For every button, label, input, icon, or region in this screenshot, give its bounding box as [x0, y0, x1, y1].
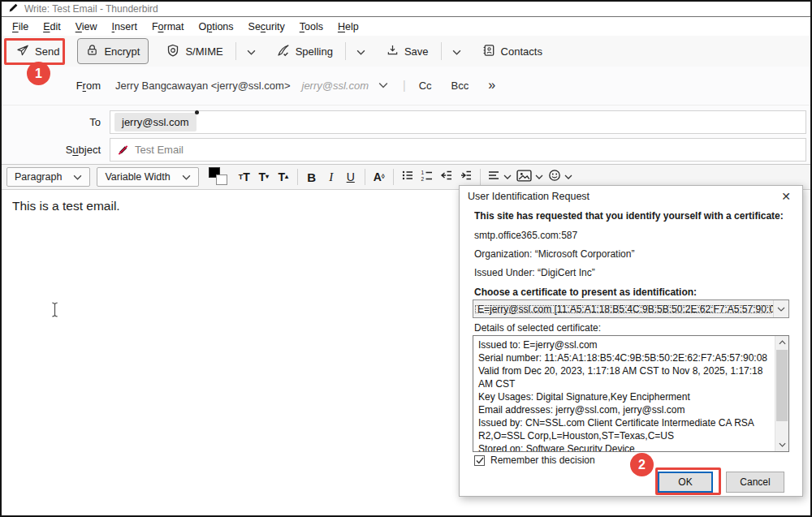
annotation-step-1: 1 — [27, 62, 50, 85]
font-size-button[interactable]: TT — [235, 167, 254, 187]
spelling-dropdown-button[interactable] — [350, 41, 372, 62]
outdent-button[interactable] — [437, 167, 456, 187]
download-tray-icon — [387, 44, 399, 58]
bcc-button[interactable]: Bcc — [451, 80, 469, 92]
smime-label: S/MIME — [185, 45, 222, 58]
message-body-text: This is a test email. — [12, 199, 120, 213]
scroll-down-icon[interactable] — [775, 438, 789, 451]
insert-smiley-button[interactable] — [546, 167, 575, 187]
menu-view[interactable]: View — [68, 19, 105, 35]
italic-button[interactable]: I — [322, 167, 341, 187]
numbered-list-icon: 12 — [421, 169, 434, 185]
divider — [2, 105, 810, 106]
quill-check-icon — [277, 44, 290, 59]
title-bar: Write: Test Email - Thunderbird — [2, 2, 810, 17]
bullet-list-icon — [401, 169, 414, 185]
text-cursor-ibeam — [50, 302, 59, 321]
choose-heading: Choose a certificate to present as ident… — [474, 287, 791, 298]
certificate-details-box[interactable]: Issued to: E=jerry@ssl.com Serial number… — [473, 335, 789, 452]
bold-button[interactable]: B — [302, 167, 322, 187]
issued-under-value: Issued Under: “DigiCert Inc” — [474, 267, 791, 278]
cancel-button[interactable]: Cancel — [726, 472, 784, 493]
menu-edit[interactable]: Edit — [36, 19, 68, 35]
more-addressing-button[interactable]: » — [488, 78, 495, 93]
from-account-hint: jerry@ssl.com — [302, 80, 369, 92]
insert-image-button[interactable] — [514, 167, 546, 187]
encrypt-label: Encrypt — [104, 45, 140, 58]
menu-security[interactable]: Security — [241, 19, 292, 35]
svg-text:1: 1 — [421, 170, 424, 175]
divider: | — [403, 79, 406, 92]
align-lines-icon — [487, 170, 500, 184]
alignment-button[interactable] — [485, 167, 514, 187]
scrollbar-thumb[interactable] — [776, 350, 788, 421]
chevron-down-icon — [182, 171, 191, 183]
paragraph-format-select[interactable]: Paragraph — [6, 167, 90, 187]
numbered-list-button[interactable]: 12 — [417, 167, 437, 187]
addressing-area: From Jerry Bangcawayan <jerry@ssl.com> j… — [2, 67, 810, 164]
subject-value: Test Email — [135, 144, 184, 156]
subject-label: Subject — [2, 144, 101, 156]
menu-insert[interactable]: Insert — [105, 19, 145, 35]
outdent-icon — [439, 169, 453, 185]
details-label: Details of selected certificate: — [474, 322, 791, 334]
font-select[interactable]: Variable Width — [97, 167, 198, 187]
paragraph-format-value: Paragraph — [15, 171, 62, 183]
smime-dropdown-button[interactable] — [240, 41, 262, 62]
lock-icon — [86, 44, 98, 58]
send-label: Send — [35, 45, 59, 58]
pencil-icon — [8, 2, 19, 16]
contacts-button[interactable]: Contacts — [474, 39, 551, 64]
spelling-button[interactable]: Spelling — [269, 39, 341, 64]
unsigned-pencil-slash-icon — [117, 144, 129, 156]
checkbox-checked-icon[interactable] — [474, 455, 485, 466]
certificate-select[interactable]: E=jerry@ssl.com [11:A5:A1:18:B5:4C:9B:5B… — [473, 299, 789, 318]
smaller-font-button[interactable]: T▾ — [254, 167, 274, 187]
save-label: Save — [404, 45, 429, 58]
chevron-down-icon — [564, 174, 572, 179]
scroll-up-icon[interactable] — [775, 336, 789, 349]
from-identity[interactable]: Jerry Bangcawayan <jerry@ssl.com> — [115, 80, 291, 92]
menu-tools[interactable]: Tools — [292, 19, 330, 35]
chevron-down-icon — [356, 45, 365, 58]
menu-file[interactable]: File — [5, 19, 36, 35]
larger-font-button[interactable]: T▴ — [274, 167, 293, 187]
spelling-label: Spelling — [296, 45, 333, 58]
recipient-pill[interactable]: jerry@ssl.com — [114, 113, 197, 131]
menu-options[interactable]: Options — [191, 19, 240, 35]
details-scrollbar[interactable] — [775, 336, 788, 451]
annotation-step-2: 2 — [630, 453, 654, 476]
chevron-down-icon — [503, 174, 512, 179]
cc-button[interactable]: Cc — [419, 80, 432, 92]
thunderbird-compose-window: Write: Test Email - Thunderbird File Edi… — [0, 0, 812, 517]
to-field[interactable]: jerry@ssl.com — [110, 110, 806, 134]
remember-decision-label: Remember this decision — [490, 455, 595, 466]
save-dropdown-button[interactable] — [446, 41, 468, 62]
compose-toolbar: Send Encrypt S/MIME Spelling — [2, 36, 810, 67]
remember-decision-row[interactable]: Remember this decision — [474, 455, 595, 466]
chevron-down-icon[interactable] — [773, 300, 788, 317]
menu-help[interactable]: Help — [330, 19, 366, 35]
smime-button[interactable]: S/MIME — [158, 39, 231, 64]
close-icon[interactable]: ✕ — [778, 189, 794, 204]
remove-text-styling-button[interactable]: A◊ — [369, 167, 389, 187]
from-row[interactable]: Jerry Bangcawayan <jerry@ssl.com> jerry@… — [115, 75, 802, 96]
menu-format[interactable]: Format — [145, 19, 192, 35]
bullet-list-button[interactable] — [398, 167, 417, 187]
window-title: Write: Test Email - Thunderbird — [24, 3, 158, 15]
ok-button[interactable]: OK — [658, 472, 713, 493]
text-color-picker[interactable] — [209, 167, 230, 187]
subject-field[interactable]: Test Email — [110, 138, 806, 162]
menu-bar: File Edit View Insert Format Options Sec… — [2, 18, 810, 36]
send-button[interactable]: Send — [8, 39, 67, 64]
from-dropdown-chevron-icon[interactable] — [378, 82, 388, 88]
background-color-swatch[interactable] — [216, 174, 227, 185]
certificate-details-text: Issued to: E=jerry@ssl.com Serial number… — [473, 336, 775, 451]
underline-button[interactable]: U — [341, 167, 361, 187]
encrypt-toggle-button[interactable]: Encrypt — [77, 38, 149, 64]
save-button[interactable]: Save — [378, 39, 437, 63]
dialog-title: User Identification Request — [468, 191, 590, 202]
indent-button[interactable] — [456, 167, 476, 187]
user-identification-dialog: User Identification Request ✕ This site … — [459, 185, 803, 497]
host-value: smtp.office365.com:587 — [474, 230, 791, 241]
